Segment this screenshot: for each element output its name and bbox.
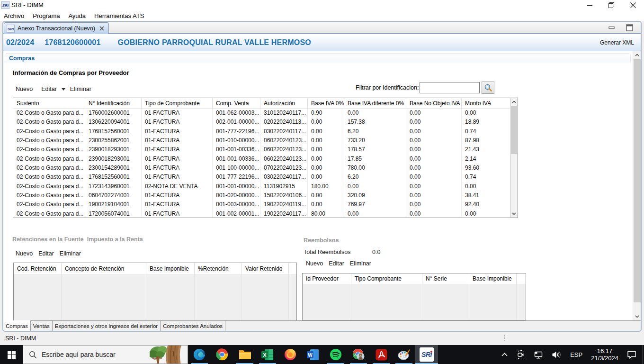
column-header[interactable]: Monto IVA <box>462 98 509 108</box>
scrollbar-thumb[interactable] <box>634 59 641 302</box>
tray-volume-icon[interactable] <box>547 345 565 364</box>
column-header[interactable]: Comp. Venta <box>213 98 260 108</box>
scrollbar-track[interactable] <box>633 59 641 313</box>
tray-language-indicator[interactable]: ESP <box>565 345 587 364</box>
start-button[interactable] <box>0 345 23 364</box>
column-header[interactable]: Base IVA diferente 0% <box>344 98 406 108</box>
scrollbar-track[interactable] <box>510 106 518 210</box>
taskbar-app-file-explorer[interactable] <box>233 345 256 364</box>
table-row[interactable]: 02-Costo o Gasto para d...17231439600010… <box>13 182 518 191</box>
scroll-down-icon[interactable] <box>633 313 641 320</box>
taskbar-app-edge[interactable] <box>188 345 211 364</box>
bottom-tab-compras[interactable]: Compras <box>3 320 31 331</box>
retenciones-edit-button[interactable]: Editar <box>38 250 54 257</box>
view-minimize-icon[interactable] <box>608 26 615 30</box>
taskbar-app-sri-dimm[interactable]: SRi <box>415 345 438 364</box>
tray-chevron-up-icon[interactable] <box>497 345 512 364</box>
table-row[interactable]: 02-Costo o Gasto para d...17600026000010… <box>13 109 518 118</box>
table-row[interactable]: 02-Costo o Gasto para d...23900182930010… <box>13 145 518 154</box>
column-header[interactable]: Cod. Retención <box>14 263 62 274</box>
taskbar-app-firefox[interactable] <box>279 345 302 364</box>
compras-table-scrollbar[interactable] <box>510 98 518 218</box>
column-header[interactable]: Sustento <box>13 98 85 108</box>
window-restore-button[interactable] <box>600 0 622 10</box>
table-row[interactable]: 02-Costo o Gasto para d...17681525600010… <box>13 127 518 136</box>
reembolsos-edit-button[interactable]: Editar <box>329 260 344 267</box>
column-header[interactable]: Tipo Comprobante <box>351 273 422 284</box>
content-scrollbar[interactable] <box>633 51 641 320</box>
bottom-tab-ventas[interactable]: Ventas <box>31 320 53 331</box>
period-label: 02/2024 <box>6 38 34 47</box>
column-header[interactable]: Base No Objeto IVA <box>406 98 462 108</box>
excel-icon: X <box>261 349 274 361</box>
tray-network-icon[interactable] <box>529 345 547 364</box>
statusbar-grip[interactable] <box>504 335 505 342</box>
menu-herramientas-ats[interactable]: Herramientas ATS <box>92 12 146 19</box>
taskbar-app-paint[interactable] <box>393 345 415 364</box>
tray-notification-icon[interactable] <box>622 345 642 364</box>
table-row[interactable]: 02-Costo o Gasto para d...06047022740010… <box>13 191 518 200</box>
tray-clock[interactable]: 16:17 21/3/2024 <box>587 345 622 364</box>
table-row[interactable]: 02-Costo o Gasto para d...23002558620010… <box>13 136 518 145</box>
filter-input[interactable] <box>420 82 480 93</box>
retenciones-new-button[interactable]: Nuevo <box>16 250 33 257</box>
table-row[interactable]: 02-Costo o Gasto para d...13062200940010… <box>13 118 518 127</box>
column-header[interactable]: Base Imponible <box>146 263 195 274</box>
editor-tab-icon: SRi <box>7 25 15 33</box>
taskbar-app-excel[interactable]: X <box>256 345 279 364</box>
taskbar-app-word[interactable]: W <box>302 345 324 364</box>
scroll-up-icon[interactable] <box>633 51 641 59</box>
taskbar-app-spotify[interactable] <box>324 345 347 364</box>
taskbar-search-box[interactable]: Escribe aquí para buscar <box>23 345 188 364</box>
bottom-tab-exportaciones[interactable]: Exportaciones y otros ingresos del exter… <box>53 320 161 331</box>
column-header[interactable]: Valor Retenido <box>242 263 289 274</box>
table-row[interactable]: 02-Costo o Gasto para d...19002191040010… <box>13 200 518 209</box>
compras-new-button[interactable]: Nuevo <box>16 86 33 92</box>
editor-tab-close-icon[interactable] <box>99 26 105 31</box>
table-cell: 157.38 <box>344 118 406 127</box>
generate-xml-link[interactable]: Generar XML <box>600 34 634 51</box>
table-cell: 001-001-00336... <box>213 145 260 154</box>
compras-section-header[interactable]: Compras <box>5 53 631 63</box>
tray-meet-now-icon[interactable] <box>512 345 529 364</box>
scroll-down-icon[interactable] <box>510 210 518 218</box>
show-desktop-button[interactable] <box>642 345 644 364</box>
table-cell: 87.98 <box>462 136 509 145</box>
column-header[interactable]: %Retención <box>195 263 242 274</box>
taskbar-app-acrobat[interactable] <box>370 345 393 364</box>
reembolsos-delete-button[interactable]: Eliminar <box>350 260 371 267</box>
view-maximize-icon[interactable] <box>626 24 633 31</box>
reembolsos-table-header-row: Id ProveedorTipo ComprobanteN° SerieBase… <box>303 273 526 284</box>
table-cell: 780.00 <box>344 164 406 173</box>
column-header[interactable]: Concepto de Retención <box>62 263 146 274</box>
menu-ayuda[interactable]: Ayuda <box>66 12 88 19</box>
retenciones-delete-button[interactable]: Eliminar <box>60 250 81 257</box>
table-row[interactable]: 02-Costo o Gasto para d...17681525600010… <box>13 173 518 182</box>
column-header[interactable]: N° Identificación <box>85 98 142 108</box>
taskbar-app-chrome-profile[interactable] <box>347 345 370 364</box>
scrollbar-thumb[interactable] <box>511 106 518 154</box>
column-header[interactable]: Id Proveedor <box>303 273 351 284</box>
column-header[interactable]: Tipo de Comprobante <box>142 98 213 108</box>
window-close-button[interactable] <box>622 0 644 10</box>
column-header[interactable]: Base Imponible <box>469 273 517 284</box>
compras-edit-button[interactable]: Editar <box>41 86 57 92</box>
table-cell: 01-FACTURA <box>142 191 213 200</box>
menu-programa[interactable]: Programa <box>30 12 62 19</box>
editor-tab-anexo-transaccional[interactable]: SRi Anexo Transaccional (Nuevo) <box>4 22 109 34</box>
window-minimize-button[interactable] <box>579 0 600 10</box>
reembolsos-new-button[interactable]: Nuevo <box>306 260 323 267</box>
menu-archivo[interactable]: Archivo <box>1 12 27 19</box>
compras-delete-button[interactable]: Eliminar <box>70 86 91 92</box>
filter-search-button[interactable] <box>482 82 494 94</box>
table-row[interactable]: 02-Costo o Gasto para d...17200560740010… <box>13 209 518 218</box>
scroll-up-icon[interactable] <box>510 98 518 106</box>
taskbar-app-chrome[interactable] <box>211 345 233 364</box>
table-row[interactable]: 02-Costo o Gasto para d...23900182930010… <box>13 155 518 164</box>
column-header[interactable]: Autorización <box>260 98 308 108</box>
edit-dropdown-icon[interactable] <box>62 88 65 91</box>
column-header[interactable]: N° Serie <box>422 273 469 284</box>
column-header[interactable]: Base IVA 0% <box>308 98 344 108</box>
table-row[interactable]: 02-Costo o Gasto para d...23001542890010… <box>13 164 518 173</box>
bottom-tab-comprobantes-anulados[interactable]: Comprobantes Anulados <box>161 320 225 331</box>
